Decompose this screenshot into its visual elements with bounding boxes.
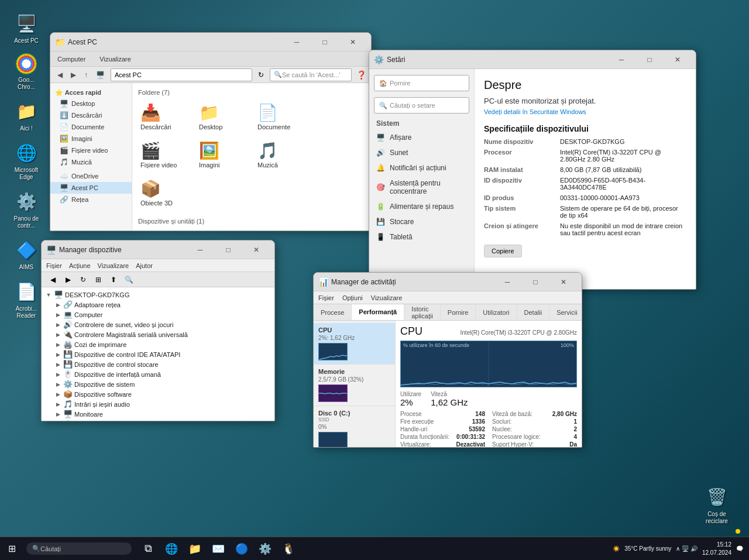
dm-refresh[interactable]: ↻	[77, 273, 90, 286]
dm-properties[interactable]: ⊞	[92, 273, 105, 286]
settings-maximize[interactable]: □	[636, 51, 663, 68]
desktop-icon-acest-pc[interactable]: 🖥️ Acest PC	[6, 12, 47, 44]
sidebar-videos[interactable]: 🎬Fișiere video	[50, 145, 132, 156]
dm-maximize[interactable]: □	[215, 242, 242, 258]
tab-performanta[interactable]: Performanță	[352, 304, 404, 320]
file-explorer-minimize[interactable]: ─	[283, 34, 310, 50]
tree-audio2[interactable]: ▶🎵Intrări și ieșiri audio	[53, 399, 272, 409]
taskbar-chrome[interactable]: 🔵	[231, 538, 252, 559]
tab-detalii[interactable]: Detalii	[517, 304, 550, 320]
taskbar-task-view[interactable]: ⧉	[138, 538, 159, 559]
recycle-bin[interactable]: 🗑️ Coș dereciclare	[696, 485, 737, 525]
tm-menu-vizualizare[interactable]: Vizualizare	[371, 294, 403, 301]
sidebar-retea[interactable]: 🔗Rețea	[50, 194, 132, 205]
dm-back[interactable]: ◀	[46, 273, 59, 286]
dm-scan[interactable]: 🔍	[122, 273, 135, 286]
tree-root[interactable]: ▼ 🖥️ DESKTOP-GKD7KGG	[44, 290, 272, 300]
taskbar-settings[interactable]: ⚙️	[255, 538, 276, 559]
settings-search[interactable]: 🏠 Pornire	[374, 75, 469, 91]
tab-servicii[interactable]: Servicii	[549, 304, 582, 320]
tree-hid[interactable]: ▶🖱️Dispozitive de interfață umană	[53, 369, 272, 379]
tree-storage[interactable]: ▶💾Dispozitive de control stocare	[53, 359, 272, 369]
tm-perf-cpu[interactable]: CPU 2%: 1,62 GHz	[314, 323, 395, 365]
nav-notificari[interactable]: 🔔Notificări și acțiuni	[369, 160, 474, 176]
tree-software[interactable]: ▶📦Dispozitive software	[53, 389, 272, 399]
nav-afisare[interactable]: 🖥️Afișare	[369, 130, 474, 145]
dm-minimize[interactable]: ─	[187, 242, 214, 258]
tree-usb[interactable]: ▶🔌Controlere Magistrală serială universa…	[53, 329, 272, 339]
dm-close[interactable]: ✕	[243, 242, 270, 258]
sidebar-downloads[interactable]: ⬇️Descărcări	[50, 109, 132, 121]
taskbar-mail[interactable]: ✉️	[208, 538, 229, 559]
settings-close[interactable]: ✕	[664, 51, 691, 68]
sidebar-acest-pc[interactable]: 🖥️Acest PC	[50, 182, 132, 194]
address-bar[interactable]: Acest PC	[111, 68, 252, 81]
tree-audio[interactable]: ▶🔊Controlere de sunet, video și jocuri	[53, 319, 272, 329]
tree-monitoare[interactable]: ▶🖥️Monitoare	[53, 409, 272, 419]
sidebar-music[interactable]: 🎵Muzică	[50, 156, 132, 168]
sidebar-images[interactable]: 🖼️Imagini	[50, 133, 132, 145]
desktop-icon-chrome[interactable]: Goo...Chro...	[6, 53, 47, 91]
tree-computer[interactable]: ▶💻Computer	[53, 310, 272, 319]
dm-forward[interactable]: ▶	[61, 273, 74, 286]
tree-sistem[interactable]: ▶⚙️Dispozitive de sistem	[53, 379, 272, 389]
settings-link[interactable]: Vedeți detalii în Securitate Windows	[484, 108, 586, 115]
dm-menu-ajutor[interactable]: Ajutor	[136, 262, 153, 269]
folder-muzica[interactable]: 🎵 Muzică	[255, 139, 308, 171]
nav-tableta[interactable]: 📱Tabletă	[369, 229, 474, 245]
help-icon[interactable]: ❓	[356, 70, 366, 80]
tree-print[interactable]: ▶🖨️Cozi de imprimare	[53, 339, 272, 349]
folder-obiecte-3d[interactable]: 📦 Obiecte 3D	[138, 177, 191, 209]
nav-refresh[interactable]: 🖥️	[94, 70, 107, 80]
folder-descarcari[interactable]: 📥 Descărcări	[138, 101, 191, 133]
tab-pornire[interactable]: Pornire	[441, 304, 476, 320]
taskbar-search[interactable]: 🔍 Căutați	[26, 542, 132, 555]
tm-menu-fisier[interactable]: Fișier	[318, 294, 334, 301]
tab-procese[interactable]: Procese	[314, 304, 352, 320]
taskbar-edge[interactable]: 🌐	[161, 538, 182, 559]
tab-computer[interactable]: Computer	[55, 54, 88, 64]
tab-istoric[interactable]: Istoric aplicații	[404, 304, 441, 320]
desktop-icon-edge[interactable]: 🌐 MicrosoftEdge	[6, 141, 47, 181]
nav-alimentare[interactable]: 🔋Alimentare și repaus	[369, 199, 474, 214]
tab-vizualizare[interactable]: Vizualizare	[97, 54, 133, 64]
taskbar-terminal[interactable]: 🐧	[278, 538, 299, 559]
taskbar-explorer[interactable]: 📁	[184, 538, 205, 559]
tab-utilizatori[interactable]: Utilizatori	[476, 304, 517, 320]
file-explorer-close[interactable]: ✕	[339, 34, 366, 50]
folder-desktop[interactable]: 📁 Desktop	[197, 101, 249, 133]
nav-forward[interactable]: ▶	[68, 70, 78, 80]
folder-fisiere-video[interactable]: 🎬 Fișiere video	[138, 139, 191, 171]
desktop-icon-panou[interactable]: ⚙️ Panou decontr...	[6, 190, 47, 229]
desktop-icon-aici[interactable]: 📁 Aici !	[6, 99, 47, 132]
tm-close[interactable]: ✕	[550, 274, 577, 290]
nav-sunet[interactable]: 🔊Sunet	[369, 145, 474, 160]
sidebar-desktop[interactable]: 🖥️Desktop	[50, 98, 132, 109]
dm-menu-vizualizare[interactable]: Vizualizare	[98, 262, 129, 269]
dm-menu-fisier[interactable]: Fișier	[46, 262, 62, 269]
sidebar-documents[interactable]: 📄Documente	[50, 121, 132, 133]
taskbar-time[interactable]: 15:12 12.07.2024	[702, 541, 731, 557]
nav-back[interactable]: ◀	[55, 70, 65, 80]
tm-minimize[interactable]: ─	[494, 274, 521, 290]
nav-up[interactable]: ↑	[82, 70, 90, 80]
tm-perf-mem[interactable]: Memorie 2,5/7,9 GB (32%)	[314, 365, 395, 406]
tree-adaptoare[interactable]: ▶🔗Adaptoare rețea	[53, 300, 272, 310]
refresh-btn[interactable]: ↻	[256, 71, 266, 79]
tree-mouse[interactable]: ▶🖱️Mouse-uri și alte dispozitive de indi…	[53, 419, 272, 421]
settings-copy-btn[interactable]: Copiere	[484, 245, 522, 257]
dm-update[interactable]: ⬆	[107, 273, 120, 286]
folder-imagini[interactable]: 🖼️ Imagini	[197, 139, 249, 171]
tree-ide[interactable]: ▶💾Dispozitive de control IDE ATA/ATAPI	[53, 349, 272, 359]
settings-minimize[interactable]: ─	[608, 51, 635, 68]
sidebar-onedrive[interactable]: ☁️OneDrive	[50, 170, 132, 182]
tm-maximize[interactable]: □	[522, 274, 549, 290]
start-button[interactable]: ⊞	[0, 537, 23, 561]
nav-stocare[interactable]: 💾Stocare	[369, 214, 474, 229]
folder-documente[interactable]: 📄 Documente	[255, 101, 308, 133]
nav-concentrare[interactable]: 🎯Asistență pentru concentrare	[369, 176, 474, 199]
settings-search-bar[interactable]: 🔍 Căutați o setare	[374, 97, 469, 114]
notification-icon[interactable]: 🗨️	[736, 545, 743, 552]
device-c-drive[interactable]: 💽 Disc local (C:) 30,7 GB liber din 59,0…	[138, 229, 365, 231]
dm-menu-actiune[interactable]: Acțiune	[69, 262, 91, 269]
